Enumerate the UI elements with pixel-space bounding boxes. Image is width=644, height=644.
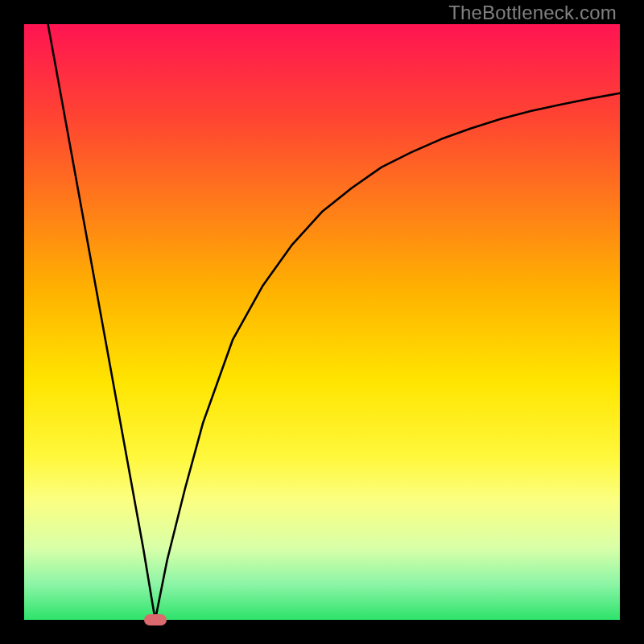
watermark-text: TheBottleneck.com <box>448 3 617 23</box>
bottleneck-curve <box>24 24 620 620</box>
min-point-marker <box>144 614 167 625</box>
curve-line <box>48 24 620 620</box>
